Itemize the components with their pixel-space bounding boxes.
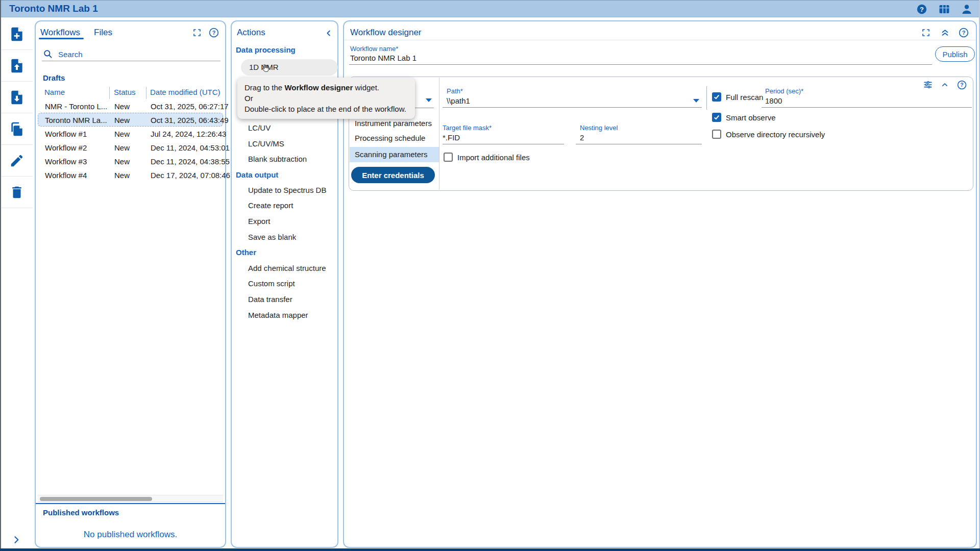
- help-outline-icon[interactable]: ?: [957, 80, 967, 90]
- action-item-blank-subtraction[interactable]: Blank subtraction: [248, 152, 336, 167]
- row-date: Dec 11, 2024, 04:53:01: [151, 143, 230, 152]
- duplicate-document-button[interactable]: [1, 113, 33, 145]
- period-input[interactable]: 1800: [765, 96, 782, 105]
- chevron-right-icon: [11, 535, 21, 545]
- action-item-add-chemical-structure[interactable]: Add chemical structure: [248, 261, 336, 276]
- row-name: Workflow #3: [45, 157, 87, 166]
- titlebar-icon-group: ?: [916, 1, 973, 18]
- workflows-panel-icons: ?: [192, 28, 219, 38]
- svg-text:?: ?: [962, 30, 966, 36]
- row-date: Jul 24, 2024, 12:26:43: [151, 130, 226, 138]
- help-icon[interactable]: ?: [916, 3, 928, 15]
- action-item-data-transfer[interactable]: Data transfer: [248, 292, 336, 307]
- column-header-date[interactable]: Date modified (UTC): [150, 88, 220, 96]
- action-item-lc-uv-ms[interactable]: LC/UV/MS: [248, 136, 336, 152]
- export-document-icon: [9, 89, 25, 106]
- edit-button[interactable]: [1, 145, 33, 177]
- collapse-panel-icon[interactable]: [324, 29, 333, 38]
- drag-hint-tooltip: Drag to the Workflow designer widget. Or…: [237, 78, 415, 119]
- observe-directory-recursively-checkbox[interactable]: Observe directory recursively: [712, 130, 825, 139]
- user-icon[interactable]: [961, 3, 973, 15]
- enter-credentials-button[interactable]: Enter credentials: [351, 167, 435, 183]
- row-date: Oct 31, 2025, 06:43:49: [151, 116, 229, 124]
- tab-workflows[interactable]: Workflows: [40, 28, 80, 38]
- table-row[interactable]: Workflow #4 New Dec 17, 2024, 07:08:46: [38, 168, 223, 182]
- window-title: Toronto NMR Lab 1: [9, 3, 98, 14]
- expand-rail-button[interactable]: [9, 533, 23, 547]
- table-row[interactable]: Toronto NMR La... New Oct 31, 2025, 06:4…: [38, 113, 223, 127]
- path-input[interactable]: \\path1: [447, 96, 470, 105]
- collapse-widget-icon[interactable]: [940, 80, 950, 90]
- search-field[interactable]: Search: [42, 48, 220, 61]
- action-item-update-spectrus-db[interactable]: Update to Spectrus DB: [248, 183, 336, 198]
- column-header-name[interactable]: Name: [44, 88, 65, 96]
- svg-text:?: ?: [920, 6, 924, 13]
- folder-observer-widget: ? Instrument parameters Processing sched…: [349, 77, 973, 191]
- section-header-data-output: Data output: [236, 169, 333, 181]
- nesting-level-label: Nesting level: [580, 124, 618, 132]
- smart-observe-checkbox[interactable]: Smart observe: [712, 113, 776, 122]
- table-row[interactable]: Workflow #2 New Dec 11, 2024, 04:53:01: [38, 140, 223, 154]
- table-row[interactable]: Workflow #3 New Dec 11, 2024, 04:38:55: [38, 154, 223, 168]
- help-outline-icon[interactable]: ?: [959, 28, 969, 38]
- designer-panel-title: Workflow designer: [350, 28, 422, 38]
- header-divider: [344, 40, 976, 40]
- new-document-icon: [9, 26, 25, 42]
- action-item-export[interactable]: Export: [248, 214, 336, 229]
- export-document-button[interactable]: [1, 82, 33, 113]
- checkbox-icon: [712, 130, 721, 139]
- widget-tab-processing-schedule[interactable]: Processing schedule: [350, 131, 439, 146]
- scrollbar-thumb[interactable]: [40, 497, 152, 501]
- row-status: New: [114, 171, 130, 180]
- search-icon: [43, 49, 53, 59]
- workflow-name-input[interactable]: Toronto NMR Lab 1: [350, 54, 416, 62]
- workflow-name-underline: [349, 64, 932, 65]
- fullscreen-icon[interactable]: [192, 28, 202, 38]
- action-item-save-as-blank[interactable]: Save as blank: [248, 230, 336, 245]
- nesting-level-input[interactable]: 2: [580, 133, 584, 142]
- app-grid-icon[interactable]: [938, 3, 950, 15]
- left-toolbar-rail: [1, 18, 33, 549]
- row-status: New: [114, 143, 130, 152]
- column-header-status[interactable]: Status: [114, 88, 136, 96]
- horizontal-scrollbar[interactable]: [38, 495, 223, 502]
- import-additional-files-checkbox[interactable]: Import additional files: [444, 153, 530, 162]
- row-status: New: [114, 130, 130, 138]
- dropdown-arrow-icon[interactable]: [426, 98, 432, 102]
- checkbox-icon: [712, 113, 721, 122]
- target-file-mask-input[interactable]: *.FID: [443, 133, 460, 142]
- full-rescan-checkbox[interactable]: Full rescan: [712, 92, 763, 102]
- delete-button[interactable]: [1, 177, 33, 208]
- trash-icon: [9, 185, 24, 200]
- svg-text:?: ?: [212, 30, 216, 36]
- fullscreen-icon[interactable]: [921, 28, 931, 38]
- active-tab-underline: [39, 38, 84, 39]
- action-item-lc-uv[interactable]: LC/UV: [248, 120, 336, 136]
- action-item-1d-nmr[interactable]: 1D NMR: [241, 59, 338, 76]
- checkbox-icon: [712, 92, 721, 102]
- path-dropdown-arrow-icon[interactable]: [693, 99, 699, 103]
- workflow-name-label: Workflow name*: [350, 45, 398, 53]
- tab-files[interactable]: Files: [94, 28, 112, 38]
- action-item-custom-script[interactable]: Custom script: [248, 276, 336, 291]
- action-item-metadata-mapper[interactable]: Metadata mapper: [248, 308, 336, 323]
- collapse-all-icon[interactable]: [940, 28, 950, 38]
- period-underline: [762, 107, 972, 108]
- row-name: Workflow #2: [45, 143, 87, 152]
- tooltip-line-1: Drag to the Workflow designer widget.: [244, 82, 408, 93]
- window-titlebar: Toronto NMR Lab 1 ?: [0, 0, 980, 17]
- import-document-button[interactable]: [1, 50, 33, 82]
- widget-tab-scanning-parameters[interactable]: Scanning parameters: [350, 147, 439, 162]
- table-row[interactable]: Workflow #1 New Jul 24, 2024, 12:26:43: [38, 127, 223, 140]
- new-document-button[interactable]: [1, 18, 33, 50]
- workflow-designer-panel: Workflow designer ? Workflow name* Toron…: [343, 20, 977, 548]
- duplicate-document-icon: [9, 121, 25, 137]
- table-row[interactable]: NMR - Toronto L... New Oct 31, 2025, 06:…: [38, 99, 223, 113]
- checkbox-label: Import additional files: [457, 153, 530, 162]
- action-item-create-report[interactable]: Create report: [248, 198, 336, 213]
- help-outline-icon[interactable]: ?: [209, 28, 219, 38]
- nesting-level-underline: [576, 144, 702, 144]
- publish-button[interactable]: Publish: [935, 46, 975, 62]
- widget-settings-icon[interactable]: [923, 80, 933, 90]
- checkbox-label: Observe directory recursively: [726, 130, 825, 139]
